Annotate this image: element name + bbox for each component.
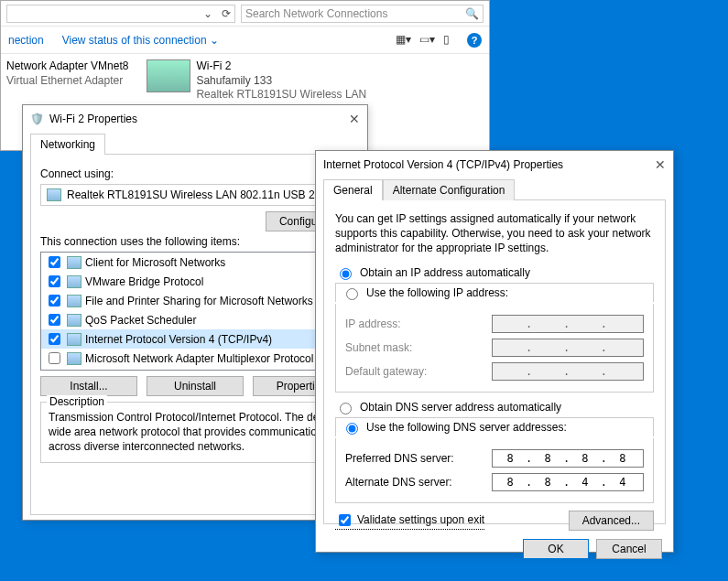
- description-title: Description: [47, 395, 107, 408]
- alternate-dns-input[interactable]: 8 . 8 . 4 . 4: [492, 473, 644, 491]
- radio-use-ip[interactable]: [346, 288, 358, 300]
- adapter-wifi2[interactable]: Wi-Fi 2 Sahufamily 133 Realtek RTL8191SU…: [147, 59, 370, 102]
- close-icon[interactable]: ✕: [655, 157, 666, 172]
- list-item-selected[interactable]: Internet Protocol Version 4 (TCP/IPv4): [41, 329, 349, 349]
- uses-items-label: This connection uses the following items…: [40, 235, 350, 248]
- search-icon: 🔍: [465, 7, 479, 20]
- radio-obtain-dns-auto[interactable]: [340, 403, 352, 414]
- component-icon: [67, 256, 81, 269]
- adapter-title: Network Adapter VMnet8: [6, 59, 128, 74]
- components-listbox[interactable]: Client for Microsoft Networks VMware Bri…: [40, 252, 350, 371]
- view-options-icon[interactable]: ▦▾: [396, 33, 410, 48]
- item-checkbox[interactable]: [49, 352, 60, 364]
- network-adapter-icon: [47, 188, 61, 201]
- alternate-dns-label: Alternate DNS server:: [345, 476, 492, 489]
- preferred-dns-input[interactable]: 8 . 8 . 8 . 8: [492, 449, 644, 468]
- component-icon: [67, 333, 81, 346]
- link-view-status[interactable]: View status of this connection ⌄: [62, 34, 219, 47]
- radio-use-dns[interactable]: [346, 423, 358, 435]
- ip-fieldset: IP address:. . . Subnet mask:. . . Defau…: [335, 304, 654, 393]
- component-icon: [67, 314, 81, 327]
- list-item[interactable]: File and Printer Sharing for Microsoft N…: [41, 291, 349, 310]
- search-input[interactable]: Search Network Connections 🔍: [241, 5, 484, 23]
- preferred-dns-label: Preferred DNS server:: [345, 452, 492, 465]
- list-item[interactable]: Microsoft LLDP Protocol Driver: [41, 368, 349, 371]
- details-pane-icon[interactable]: ▯: [443, 33, 458, 48]
- adapter-title: Wi-Fi 2: [196, 59, 370, 74]
- ok-button[interactable]: OK: [523, 539, 589, 559]
- cancel-button[interactable]: Cancel: [596, 539, 662, 559]
- list-item[interactable]: QoS Packet Scheduler: [41, 310, 349, 329]
- connect-using-label: Connect using:: [40, 167, 350, 180]
- component-icon: [67, 295, 81, 307]
- link-connection[interactable]: nection: [8, 34, 44, 47]
- default-gateway-input[interactable]: . . .: [492, 362, 644, 381]
- adapter-field: Realtek RTL8191SU Wireless LAN 802.11n U…: [40, 184, 350, 206]
- subnet-mask-label: Subnet mask:: [345, 341, 492, 354]
- tab-general[interactable]: General: [323, 179, 383, 200]
- tab-alternate-configuration[interactable]: Alternate Configuration: [383, 179, 516, 200]
- item-checkbox[interactable]: [49, 275, 60, 287]
- item-checkbox[interactable]: [49, 295, 60, 307]
- subnet-mask-input[interactable]: . . .: [492, 339, 644, 357]
- uninstall-button[interactable]: Uninstall: [147, 376, 244, 396]
- description-text: You can get IP settings assigned automat…: [335, 211, 654, 256]
- validate-checkbox-label[interactable]: Validate settings upon exit: [335, 511, 484, 530]
- close-icon[interactable]: ✕: [349, 112, 360, 126]
- nc-toolbar: ⌄ ⟳ Search Network Connections 🔍: [1, 1, 489, 27]
- default-gateway-label: Default gateway:: [345, 365, 492, 378]
- install-button[interactable]: Install...: [40, 376, 137, 396]
- adapter-sub2: Realtek RTL8191SU Wireless LAN ...: [196, 88, 370, 102]
- advanced-button[interactable]: Advanced...: [569, 511, 654, 531]
- address-dropdown[interactable]: ⌄ ⟳: [6, 5, 235, 23]
- wifi-adapter-icon: [147, 59, 190, 92]
- item-checkbox[interactable]: [49, 256, 60, 268]
- preview-icon[interactable]: ▭▾: [419, 33, 434, 48]
- dialog-titlebar: 🛡️ Wi-Fi 2 Properties ✕: [23, 105, 367, 133]
- item-checkbox[interactable]: [49, 333, 60, 345]
- list-item[interactable]: VMware Bridge Protocol: [41, 272, 349, 291]
- component-icon: [67, 352, 81, 365]
- nc-command-bar: nection View status of this connection ⌄…: [1, 27, 489, 54]
- dialog-title: Wi-Fi 2 Properties: [49, 113, 343, 125]
- description-text: Transmission Control Protocol/Internet P…: [49, 410, 342, 455]
- dns-fieldset: Preferred DNS server:8 . 8 . 8 . 8 Alter…: [335, 438, 654, 503]
- adapter-sub: Virtual Ethernet Adapter: [6, 74, 128, 89]
- shield-icon: 🛡️: [30, 113, 44, 125]
- dialog-title: Internet Protocol Version 4 (TCP/IPv4) P…: [323, 158, 649, 171]
- validate-checkbox[interactable]: [339, 514, 351, 526]
- adapter-name: Realtek RTL8191SU Wireless LAN 802.11n U…: [67, 188, 341, 201]
- dialog-titlebar: Internet Protocol Version 4 (TCP/IPv4) P…: [316, 151, 673, 178]
- search-placeholder: Search Network Connections: [245, 7, 387, 20]
- ip-address-input[interactable]: . . .: [492, 315, 644, 333]
- component-icon: [67, 275, 81, 288]
- item-checkbox[interactable]: [49, 314, 60, 326]
- description-group: Description Transmission Control Protoco…: [40, 402, 350, 463]
- adapter-vmnet8[interactable]: Network Adapter VMnet8 Virtual Ethernet …: [6, 59, 128, 88]
- help-icon[interactable]: ?: [467, 33, 482, 48]
- ip-address-label: IP address:: [345, 317, 492, 330]
- adapter-sub: Sahufamily 133: [196, 74, 370, 89]
- list-item[interactable]: Client for Microsoft Networks: [41, 253, 349, 272]
- list-item[interactable]: Microsoft Network Adapter Multiplexor Pr…: [41, 349, 349, 368]
- tab-networking[interactable]: Networking: [30, 134, 105, 155]
- ipv4-properties-dialog: Internet Protocol Version 4 (TCP/IPv4) P…: [315, 150, 674, 553]
- radio-obtain-ip-auto[interactable]: [340, 268, 352, 280]
